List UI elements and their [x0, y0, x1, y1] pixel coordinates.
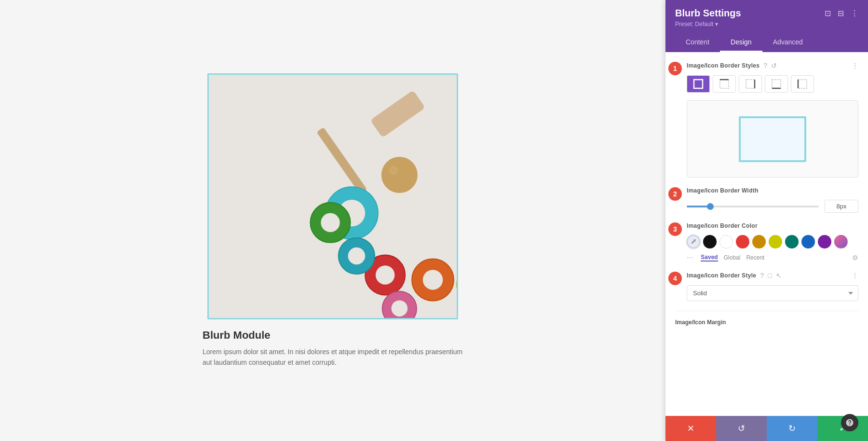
border-styles-more-icon[interactable]: ⋮ — [852, 62, 858, 69]
border-style-device-icon[interactable]: □ — [768, 272, 772, 279]
color-tabs: ··· Saved Global Recent ⚙ — [687, 253, 858, 262]
layout-icon[interactable]: ⊟ — [838, 9, 844, 18]
svg-rect-28 — [772, 80, 781, 88]
swatch-black[interactable] — [703, 235, 717, 248]
svg-point-3 — [381, 157, 418, 193]
swatch-purple[interactable] — [818, 235, 831, 248]
svg-point-16 — [423, 270, 443, 290]
slider-thumb[interactable] — [707, 203, 714, 210]
settings-body: 1 Image/Icon Border Styles ? ↺ ⋮ — [665, 52, 868, 416]
redo-button[interactable]: ↻ — [767, 416, 817, 441]
swatch-gradient[interactable] — [834, 235, 848, 248]
border-style-header: Image/Icon Border Style ? □ ↖ ⋮ — [687, 272, 858, 279]
svg-rect-26 — [746, 80, 755, 88]
step-2-badge: 2 — [668, 187, 682, 201]
settings-title-icons: ⊡ ⊟ ⋮ — [825, 9, 858, 18]
border-width-header: Image/Icon Border Width — [687, 187, 858, 194]
border-style-dropdown[interactable]: Solid Dashed Dotted Double None — [687, 285, 858, 301]
svg-point-20 — [392, 300, 408, 317]
left-panel: Blurb Module Lorem ipsum dolor sit amet.… — [0, 0, 665, 441]
border-color-label: Image/Icon Border Color — [687, 222, 758, 229]
help-fab[interactable] — [841, 414, 858, 431]
svg-rect-30 — [798, 80, 807, 88]
border-option-right[interactable] — [739, 75, 762, 93]
swatch-amber[interactable] — [752, 235, 766, 248]
step-4-badge: 4 — [668, 272, 682, 285]
border-option-solid[interactable] — [687, 75, 710, 93]
settings-title: Blurb Settings — [675, 8, 741, 19]
tabs-row: Content Design Advanced — [675, 33, 858, 52]
svg-point-22 — [348, 247, 366, 264]
swatch-white[interactable] — [719, 235, 733, 248]
border-styles-header: Image/Icon Border Styles ? ↺ ⋮ — [687, 62, 858, 69]
blurb-module-text: Lorem ipsum dolor sit amet. In nisi dolo… — [203, 346, 463, 368]
swatch-red[interactable] — [736, 235, 749, 248]
settings-title-row: Blurb Settings ⊡ ⊟ ⋮ — [675, 8, 858, 19]
border-width-slider-row — [687, 200, 858, 213]
step-3-row: 3 Image/Icon Border Color — [675, 222, 858, 262]
margin-label: Image/Icon Margin — [675, 319, 858, 330]
step-1-badge: 1 — [668, 62, 682, 75]
blurb-container: Blurb Module Lorem ipsum dolor sit amet.… — [203, 73, 463, 368]
border-style-cursor-icon[interactable]: ↖ — [776, 272, 782, 279]
screen-icon[interactable]: ⊡ — [825, 9, 831, 18]
border-width-label: Image/Icon Border Width — [687, 187, 759, 194]
section-divider — [675, 311, 858, 311]
blurb-image — [207, 73, 458, 319]
toy-image — [209, 75, 457, 318]
more-options-icon[interactable]: ⋮ — [851, 9, 858, 18]
svg-rect-23 — [694, 80, 703, 88]
border-style-help-icon[interactable]: ? — [760, 272, 764, 279]
border-option-bottom[interactable] — [765, 75, 788, 93]
blurb-module-title: Blurb Module — [203, 329, 271, 342]
color-tab-global[interactable]: Global — [724, 254, 741, 261]
svg-point-8 — [321, 213, 340, 232]
step-1-row: 1 Image/Icon Border Styles ? ↺ ⋮ — [675, 62, 858, 178]
step-4-row: 4 Image/Icon Border Style ? □ ↖ ⋮ Solid … — [675, 272, 858, 301]
swatch-teal[interactable] — [785, 235, 799, 248]
border-width-value[interactable] — [825, 200, 858, 213]
border-preview — [687, 100, 858, 178]
svg-point-14 — [376, 265, 395, 285]
color-swatches — [687, 235, 858, 248]
step-3-badge: 3 — [668, 222, 682, 236]
right-panel: Blurb Settings ⊡ ⊟ ⋮ Preset: Default ▾ C… — [665, 0, 868, 441]
swatch-blue[interactable] — [801, 235, 815, 248]
border-styles-reset-icon[interactable]: ↺ — [771, 62, 777, 69]
border-style-more-icon[interactable]: ⋮ — [852, 272, 858, 279]
border-width-slider[interactable] — [687, 206, 819, 207]
svg-rect-24 — [720, 80, 729, 88]
border-styles-label: Image/Icon Border Styles — [687, 62, 760, 69]
step-2-row: 2 Image/Icon Border Width — [675, 187, 858, 213]
border-options — [687, 75, 858, 93]
border-style-label: Image/Icon Border Style — [687, 272, 756, 279]
eyedropper-swatch[interactable] — [687, 235, 700, 248]
tab-content[interactable]: Content — [675, 33, 720, 52]
border-option-left[interactable] — [791, 75, 814, 93]
border-option-top[interactable] — [713, 75, 736, 93]
color-settings-icon[interactable]: ⚙ — [852, 254, 858, 262]
svg-point-4 — [389, 165, 399, 175]
border-styles-help-icon[interactable]: ? — [763, 62, 767, 69]
border-color-header: Image/Icon Border Color — [687, 222, 858, 229]
border-preview-inner — [739, 116, 806, 162]
color-tab-saved[interactable]: Saved — [701, 254, 718, 262]
cancel-button[interactable]: ✕ — [665, 416, 716, 441]
bottom-bar: ✕ ↺ ↻ ✓ — [665, 416, 868, 441]
tab-advanced[interactable]: Advanced — [762, 33, 814, 52]
tab-design[interactable]: Design — [720, 33, 762, 52]
color-tabs-dots: ··· — [687, 253, 693, 262]
reset-button[interactable]: ↺ — [716, 416, 767, 441]
preset-label[interactable]: Preset: Default ▾ — [675, 21, 858, 28]
settings-header: Blurb Settings ⊡ ⊟ ⋮ Preset: Default ▾ C… — [665, 0, 868, 52]
swatch-yellow[interactable] — [769, 235, 782, 248]
color-tab-recent[interactable]: Recent — [746, 254, 764, 261]
